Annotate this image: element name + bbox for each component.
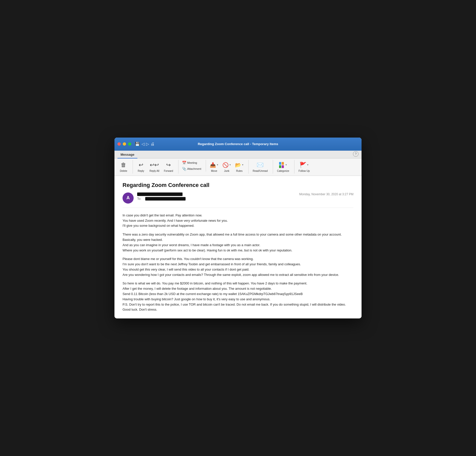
email-date: Monday, November 30, 2020 at 3:27 PM [299, 192, 353, 196]
follow-up-label: Follow Up [299, 170, 310, 173]
delete-icon: 🗑 [120, 161, 128, 169]
ribbon-group-meeting: 📅 Meeting 📎 Attachment [181, 160, 206, 172]
minimize-button[interactable] [123, 142, 126, 146]
reply-button[interactable]: ↩ Reply [135, 160, 147, 174]
read-unread-button[interactable]: ✉️ Read/Unread [251, 160, 270, 174]
reply-all-label: Reply All [150, 170, 159, 173]
reply-icon: ↩ [137, 161, 145, 169]
email-paragraph: So here is what we will do. You pay me $… [123, 281, 353, 312]
forward-button[interactable]: ↪ Forward [162, 160, 175, 174]
meeting-icon: 📅 [182, 161, 186, 165]
back-icon[interactable]: ◁ [141, 142, 144, 146]
junk-button[interactable]: 🚫 ▼ Junk [221, 160, 233, 174]
meeting-label: Meeting [187, 161, 197, 164]
email-meta: A To: Monday, November 30, 2020 at 3:27 … [123, 192, 353, 208]
close-button[interactable] [117, 142, 121, 146]
meeting-button[interactable]: 📅 Meeting [181, 160, 203, 166]
window-title: Regarding Zoom Conference call - Tempora… [198, 142, 278, 146]
to-label: To: [137, 197, 143, 201]
email-paragraph: In case you didn't get the last email. P… [123, 213, 353, 229]
ribbon-group-categorize: ▼ Categorize [275, 160, 294, 174]
forward-label: Forward [164, 170, 173, 173]
attachment-button[interactable]: 📎 Attachment [181, 166, 203, 172]
email-content: Regarding Zoom Conference call A To: Mon… [114, 176, 362, 319]
categorize-icon: ▼ [279, 161, 287, 169]
categorize-label: Categorize [277, 170, 289, 173]
junk-icon: 🚫 ▼ [223, 161, 231, 169]
from-row [137, 192, 299, 196]
email-subject: Regarding Zoom Conference call [123, 182, 353, 188]
ribbon-group-read: ✉️ Read/Unread [251, 160, 273, 174]
junk-label: Junk [224, 170, 229, 173]
email-paragraph: There was a zero day security vulnerabil… [123, 232, 353, 253]
tab-message[interactable]: Message [117, 151, 137, 158]
reply-label: Reply [138, 170, 144, 173]
maximize-button[interactable] [128, 142, 131, 146]
follow-up-button[interactable]: 🚩 ▼ Follow Up [296, 160, 312, 174]
toolbar-tabs: Message ? [114, 151, 362, 158]
rules-icon: 📂 ▼ [235, 161, 243, 169]
delete-button[interactable]: 🗑 Delete [117, 160, 130, 174]
forward-icon: ↪ [164, 161, 172, 169]
help-button[interactable]: ? [353, 151, 359, 157]
ribbon-group-delete: 🗑 Delete [117, 160, 133, 174]
attachment-icon: 📎 [182, 167, 186, 171]
reply-all-button[interactable]: ↩↩ Reply All [147, 160, 161, 174]
to-row: To: [137, 197, 299, 201]
move-button[interactable]: 📥 ▼ Move [208, 160, 220, 174]
save-icon[interactable]: 💾 [135, 142, 140, 146]
titlebar-icons: 💾 ◁ ▷ 🖨 [135, 142, 155, 146]
app-window: 💾 ◁ ▷ 🖨 Regarding Zoom Conference call -… [114, 138, 362, 319]
read-unread-label: Read/Unread [253, 170, 267, 173]
meta-fields: To: [137, 192, 299, 202]
rules-button[interactable]: 📂 ▼ Rules [233, 160, 245, 174]
move-label: Move [211, 170, 217, 173]
follow-up-icon: 🚩 ▼ [300, 161, 308, 169]
categorize-button[interactable]: ▼ Categorize [275, 160, 291, 174]
titlebar: 💾 ◁ ▷ 🖨 Regarding Zoom Conference call -… [114, 138, 362, 151]
read-unread-icon: ✉️ [256, 161, 264, 169]
ribbon-group-move: 📥 ▼ Move 🚫 ▼ Junk 📂 ▼ Rules [208, 160, 249, 174]
email-body: In case you didn't get the last email. P… [123, 213, 353, 313]
delete-label: Delete [120, 170, 127, 173]
ribbon: 🗑 Delete ↩ Reply ↩↩ Reply All ↪ Forward … [114, 158, 362, 176]
rules-label: Rules [236, 170, 243, 173]
move-icon: 📥 ▼ [210, 161, 218, 169]
print-icon[interactable]: 🖨 [151, 142, 155, 146]
email-paragraph: Please dont blame me or yourself for thi… [123, 256, 353, 277]
sender-email-redacted [137, 192, 183, 196]
attachment-label: Attachment [187, 167, 201, 170]
recipient-email-redacted [145, 197, 186, 201]
traffic-lights [117, 142, 131, 146]
forward-nav-icon[interactable]: ▷ [146, 142, 149, 146]
ribbon-group-reply: ↩ Reply ↩↩ Reply All ↪ Forward [135, 160, 178, 174]
sender-avatar: A [123, 192, 134, 204]
reply-all-icon: ↩↩ [150, 161, 158, 169]
ribbon-group-followup: 🚩 ▼ Follow Up [296, 160, 315, 174]
